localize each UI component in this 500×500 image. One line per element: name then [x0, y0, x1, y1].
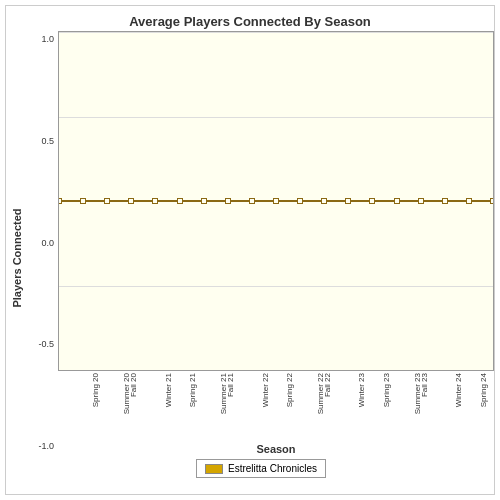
data-point — [418, 198, 424, 204]
x-tick-label: Fall 20 — [130, 373, 138, 397]
y-tick-label: 1.0 — [41, 35, 54, 44]
x-tick-label: Spring 22 — [286, 373, 294, 407]
data-point — [321, 198, 327, 204]
data-point — [369, 198, 375, 204]
chart-inner: 1.00.50.0-0.5-1.0 Spring 20Summer 20Fall… — [28, 31, 494, 484]
data-point — [273, 198, 279, 204]
x-tick-label: Spring 24 — [480, 373, 488, 407]
y-axis-label-container: Players Connected — [6, 31, 28, 484]
x-tick-label: Winter 21 — [165, 373, 173, 407]
chart-container: Average Players Connected By Season Play… — [5, 5, 495, 495]
y-tick-label: -0.5 — [38, 340, 54, 349]
data-point — [345, 198, 351, 204]
y-tick-label: 0.0 — [41, 239, 54, 248]
plot-area — [58, 31, 494, 371]
grid-line — [59, 286, 493, 287]
data-point — [394, 198, 400, 204]
data-point — [466, 198, 472, 204]
data-point — [128, 198, 134, 204]
data-point — [58, 198, 62, 204]
data-point — [442, 198, 448, 204]
chart-area: Players Connected 1.00.50.0-0.5-1.0 Spri… — [6, 31, 494, 494]
x-tick-label: Spring 23 — [383, 373, 391, 407]
y-tick-label: 0.5 — [41, 137, 54, 146]
plot-and-yaxis: 1.00.50.0-0.5-1.0 Spring 20Summer 20Fall… — [28, 31, 494, 455]
y-axis-label: Players Connected — [11, 208, 23, 307]
data-point — [201, 198, 207, 204]
x-tick-label: Fall 23 — [421, 373, 429, 397]
chart-title: Average Players Connected By Season — [129, 14, 371, 29]
data-point — [490, 198, 494, 204]
data-point — [177, 198, 183, 204]
grid-line — [59, 117, 493, 118]
x-tick-label: Winter 24 — [456, 373, 464, 407]
x-axis-label: Season — [58, 443, 494, 455]
data-point — [297, 198, 303, 204]
x-tick-label: Winter 22 — [262, 373, 270, 407]
x-tick-label: Spring 20 — [92, 373, 100, 407]
legend: Estrelitta Chronicles — [196, 459, 326, 478]
legend-label: Estrelitta Chronicles — [228, 463, 317, 474]
x-tick-label: Fall 22 — [324, 373, 332, 397]
data-point — [249, 198, 255, 204]
data-point — [80, 198, 86, 204]
x-tick-label: Fall 21 — [227, 373, 235, 397]
data-point — [104, 198, 110, 204]
legend-color-box — [205, 464, 223, 474]
data-point — [225, 198, 231, 204]
grid-line — [59, 32, 493, 33]
x-tick-label: Spring 21 — [189, 373, 197, 407]
y-tick-label: -1.0 — [38, 442, 54, 451]
x-ticks-container: Spring 20Summer 20Fall 20Winter 21Spring… — [58, 371, 494, 441]
y-ticks: 1.00.50.0-0.5-1.0 — [28, 31, 58, 455]
data-point — [152, 198, 158, 204]
x-tick-label: Winter 23 — [359, 373, 367, 407]
plot-area-wrapper: Spring 20Summer 20Fall 20Winter 21Spring… — [58, 31, 494, 455]
